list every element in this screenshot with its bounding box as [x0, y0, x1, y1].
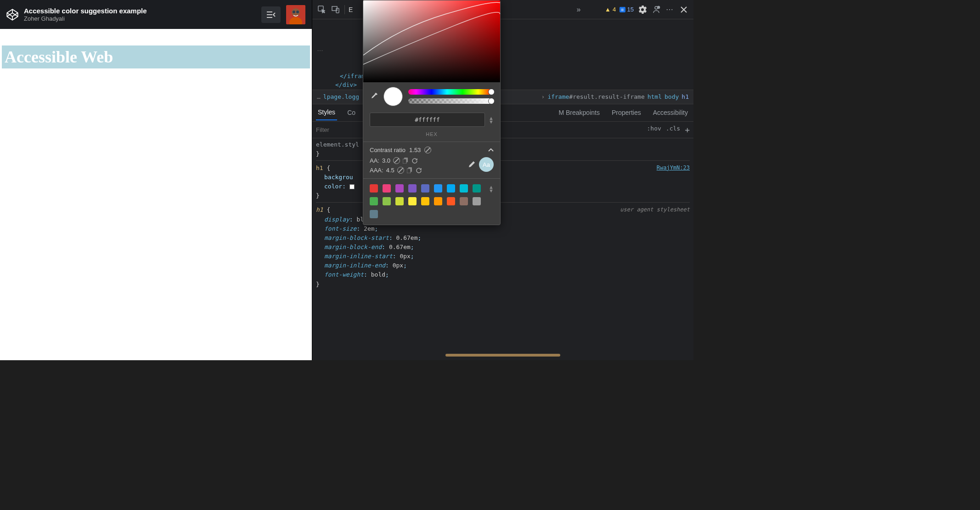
- tab-dom-breakpoints[interactable]: M Breakpoints: [557, 105, 601, 120]
- fail-icon: [397, 167, 404, 174]
- palette-swatch[interactable]: [395, 184, 404, 193]
- feedback-icon[interactable]: [651, 5, 661, 15]
- format-toggle-icon[interactable]: ▲▼: [489, 116, 494, 124]
- chevron-up-icon[interactable]: [488, 147, 494, 153]
- alpha-slider[interactable]: [408, 98, 494, 104]
- palette-swatch[interactable]: [460, 197, 468, 205]
- new-style-rule-icon[interactable]: +: [685, 125, 690, 135]
- color-palette: [370, 184, 484, 218]
- settings-icon[interactable]: [637, 5, 648, 15]
- breadcrumb-item[interactable]: html: [648, 93, 662, 100]
- tab-styles[interactable]: Styles: [316, 105, 337, 120]
- palette-swatch[interactable]: [408, 184, 417, 193]
- source-link[interactable]: RwajYmN:23: [657, 164, 690, 172]
- palette-swatch[interactable]: [434, 184, 442, 193]
- codepen-header: Accessible color suggestion example Zohe…: [0, 0, 312, 29]
- svg-point-4: [296, 11, 299, 13]
- pen-title[interactable]: Accessible color suggestion example: [24, 7, 256, 15]
- copy-icon[interactable]: [403, 158, 409, 164]
- palette-swatch[interactable]: [408, 197, 417, 205]
- cls-toggle[interactable]: .cls: [666, 125, 680, 135]
- tab-accessibility[interactable]: Accessibility: [651, 105, 690, 120]
- more-menu-icon[interactable]: ⋯: [665, 5, 675, 15]
- user-agent-label: user agent stylesheet: [620, 205, 690, 214]
- collapse-button[interactable]: [261, 6, 281, 23]
- palette-toggle-icon[interactable]: ▲▼: [489, 185, 494, 193]
- copy-icon[interactable]: [407, 167, 413, 173]
- palette-swatch[interactable]: [473, 184, 481, 193]
- hov-toggle[interactable]: :hov: [647, 125, 661, 135]
- palette-swatch[interactable]: [370, 197, 378, 205]
- more-tabs-icon[interactable]: »: [574, 5, 584, 15]
- issues-badge[interactable]: ≡ 15: [620, 6, 634, 13]
- svg-point-3: [293, 11, 295, 13]
- palette-swatch[interactable]: [473, 197, 481, 205]
- close-devtools-icon[interactable]: [679, 5, 689, 15]
- saturation-lightness-field[interactable]: [363, 0, 500, 82]
- breadcrumb-item[interactable]: lpage.logg: [323, 93, 359, 100]
- fail-icon: [393, 157, 400, 164]
- pen-author[interactable]: Zoher Ghadyali: [24, 15, 256, 22]
- horizontal-scrollbar[interactable]: [445, 354, 560, 357]
- svg-point-9: [658, 6, 660, 8]
- palette-swatch[interactable]: [383, 197, 391, 205]
- palette-swatch[interactable]: [383, 184, 391, 193]
- tab-properties[interactable]: Properties: [610, 105, 643, 120]
- fail-icon: [424, 147, 431, 153]
- palette-swatch[interactable]: [460, 184, 468, 193]
- eyedropper-icon[interactable]: [370, 92, 378, 101]
- palette-swatch[interactable]: [434, 197, 442, 205]
- collapse-icon: [266, 11, 276, 18]
- palette-swatch[interactable]: [370, 184, 378, 193]
- elements-tab-label[interactable]: E: [349, 6, 353, 13]
- palette-swatch[interactable]: [370, 210, 378, 218]
- svg-rect-13: [407, 169, 411, 173]
- codepen-logo-icon[interactable]: [6, 9, 18, 21]
- current-color-preview: [383, 87, 403, 106]
- pen-icon[interactable]: [468, 161, 475, 168]
- palette-swatch[interactable]: [421, 184, 429, 193]
- breadcrumb-item[interactable]: body: [665, 93, 679, 100]
- breadcrumb-item-selected[interactable]: h1: [681, 93, 689, 100]
- hue-slider[interactable]: [408, 89, 494, 95]
- breadcrumb-item[interactable]: iframe#result.result-iframe: [547, 93, 644, 100]
- palette-swatch[interactable]: [395, 197, 404, 205]
- breadcrumb-ellipsis[interactable]: …: [317, 93, 321, 100]
- inspect-icon[interactable]: [317, 5, 327, 15]
- reload-icon[interactable]: [416, 167, 422, 174]
- palette-swatch[interactable]: [447, 184, 455, 193]
- warnings-badge[interactable]: ▲ 4: [605, 6, 616, 13]
- tab-computed[interactable]: Co: [345, 105, 357, 120]
- palette-swatch[interactable]: [447, 197, 455, 205]
- preview-pane: Accessible Web: [0, 29, 312, 360]
- hex-input[interactable]: [370, 113, 485, 127]
- preview-heading: Accessible Web: [2, 45, 310, 68]
- reload-icon[interactable]: [411, 158, 418, 164]
- color-picker-popup: ▲▼ HEX Contrast ratio 1.53 AA: 3.0 AAA: …: [363, 0, 501, 225]
- hex-label: HEX: [363, 131, 500, 142]
- contrast-preview-circle: Aa: [479, 157, 494, 172]
- color-swatch-icon[interactable]: [349, 184, 355, 189]
- svg-rect-11: [403, 159, 406, 164]
- device-toggle-icon[interactable]: [331, 5, 341, 15]
- palette-swatch[interactable]: [421, 197, 429, 205]
- contrast-ratio-header[interactable]: Contrast ratio 1.53: [370, 147, 494, 153]
- user-avatar[interactable]: [286, 5, 305, 24]
